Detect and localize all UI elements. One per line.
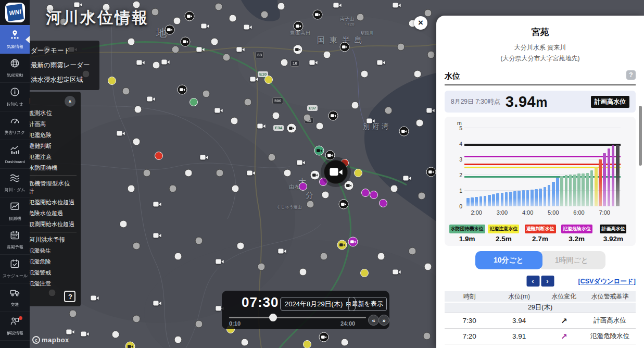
bar-7:20[interactable] [612, 145, 615, 206]
bar-6:50[interactable] [599, 159, 602, 206]
station-marker-g[interactable] [223, 54, 231, 61]
bar-3:10[interactable] [505, 192, 508, 206]
station-marker-cw[interactable] [196, 46, 205, 52]
station-marker-r[interactable] [155, 152, 163, 160]
bar-7:10[interactable] [608, 148, 611, 206]
station-marker-g[interactable] [69, 310, 77, 318]
sidebar-item-解説情報[interactable]: 解説情報 [0, 312, 30, 340]
time-slider[interactable] [229, 317, 366, 318]
station-marker-y[interactable] [264, 76, 273, 84]
station-marker-w[interactable] [299, 268, 307, 276]
station-marker-g[interactable] [169, 185, 177, 193]
station-marker-g[interactable] [320, 253, 328, 260]
station-marker-w[interactable] [237, 242, 245, 250]
station-marker-g[interactable] [268, 154, 276, 161]
station-marker-cw[interactable] [117, 130, 125, 136]
station-marker-cb[interactable] [178, 85, 187, 95]
bar-6:20[interactable] [586, 173, 589, 207]
station-marker-cw[interactable] [214, 107, 223, 113]
station-marker-w[interactable] [416, 119, 424, 127]
table-row[interactable]: 7:303.94↗計画高水位 [445, 313, 636, 329]
station-marker-cw[interactable] [74, 2, 83, 7]
csv-download-link[interactable]: [CSVダウンロード] [578, 277, 636, 286]
station-marker-g[interactable] [427, 51, 435, 59]
station-marker-p[interactable] [361, 189, 370, 197]
station-marker-g[interactable] [133, 242, 141, 250]
station-marker-gn[interactable] [190, 98, 198, 106]
table-row[interactable]: 7:103.69↗氾濫危険水位 [445, 344, 636, 348]
bar-2:10[interactable] [479, 196, 483, 206]
station-marker-w[interactable] [185, 169, 193, 177]
bar-3:20[interactable] [509, 192, 512, 206]
station-marker-cw[interactable] [153, 201, 162, 207]
station-marker-w[interactable] [277, 3, 285, 10]
station-marker-cw[interactable] [426, 107, 435, 113]
bar-4:50[interactable] [548, 185, 551, 206]
sidebar-item-災害リスク[interactable]: 災害リスク [0, 111, 30, 140]
station-marker-cw[interactable] [201, 23, 210, 29]
selected-station-marker[interactable] [324, 160, 348, 184]
time-slider-thumb[interactable] [269, 314, 277, 321]
bar-6:30[interactable] [590, 170, 594, 206]
station-marker-p[interactable] [379, 199, 387, 207]
station-marker-cw[interactable] [377, 59, 386, 65]
station-marker-g[interactable] [385, 107, 393, 115]
station-marker-w[interactable] [173, 17, 181, 25]
station-marker-w[interactable] [323, 51, 331, 59]
station-marker-cb[interactable] [340, 42, 350, 52]
app-logo[interactable]: WNI [0, 0, 30, 25]
station-marker-cwc[interactable] [310, 170, 320, 180]
station-marker-y[interactable] [360, 269, 369, 277]
station-marker-y[interactable] [354, 169, 362, 177]
station-marker-g[interactable] [151, 8, 159, 16]
sidebar-item-気象情報[interactable]: 気象情報 [0, 25, 30, 54]
station-marker-cw[interactable] [250, 76, 259, 82]
sidebar-item-Dashboard[interactable]: Dashboard [0, 140, 30, 168]
station-marker-cb[interactable] [399, 127, 409, 136]
bar-2:40[interactable] [492, 194, 495, 206]
date-picker-button[interactable]: 2024年8月29日(木) ⊞ [280, 297, 356, 311]
station-marker-cwc[interactable] [293, 45, 303, 55]
bar-5:20[interactable] [560, 176, 563, 207]
station-marker-g[interactable] [122, 88, 130, 95]
station-marker-cw[interactable] [153, 300, 162, 306]
station-marker-p[interactable] [370, 191, 378, 199]
station-marker-cw[interactable] [333, 2, 342, 8]
bar-1:50[interactable] [471, 197, 474, 206]
station-marker-w[interactable] [174, 336, 182, 344]
legend-help-button[interactable]: ? [64, 291, 75, 302]
station-marker-cw[interactable] [91, 295, 99, 301]
station-marker-g[interactable] [261, 11, 269, 19]
station-marker-g[interactable] [397, 43, 405, 51]
bar-2:30[interactable] [488, 195, 491, 206]
interval-option-1時間ごと[interactable]: 1時間ごと [538, 251, 605, 269]
station-marker-g[interactable] [133, 315, 141, 323]
station-marker-g[interactable] [423, 332, 431, 340]
sidebar-item-気候変動[interactable]: 気候変動 [0, 54, 30, 82]
station-marker-y[interactable] [303, 340, 311, 348]
station-marker-w[interactable] [390, 185, 398, 193]
station-marker-w[interactable] [128, 185, 135, 193]
station-marker-cw[interactable] [393, 2, 401, 8]
bar-4:10[interactable] [531, 190, 534, 206]
station-marker-w[interactable] [153, 61, 160, 69]
station-marker-g[interactable] [244, 98, 252, 106]
bar-5:10[interactable] [556, 178, 559, 207]
station-marker-cb[interactable] [426, 167, 436, 177]
station-marker-g[interactable] [216, 169, 224, 177]
station-marker-w[interactable] [232, 185, 239, 193]
station-marker-g[interactable] [409, 247, 416, 255]
station-marker-cw[interactable] [247, 170, 256, 176]
map-attribution[interactable]: c mapbox [32, 336, 69, 344]
station-marker-g[interactable] [195, 320, 203, 328]
bar-4:40[interactable] [544, 187, 547, 206]
sidebar-item-交通[interactable]: 交通 [0, 283, 30, 312]
close-panel-button[interactable]: × [414, 16, 427, 30]
station-marker-w[interactable] [377, 253, 385, 260]
station-marker-p[interactable] [299, 182, 307, 191]
bar-4:20[interactable] [535, 189, 538, 206]
station-marker-w[interactable] [134, 106, 142, 114]
station-marker-pc[interactable] [348, 237, 358, 247]
station-marker-cw[interactable] [297, 159, 306, 165]
bar-5:40[interactable] [569, 175, 572, 207]
